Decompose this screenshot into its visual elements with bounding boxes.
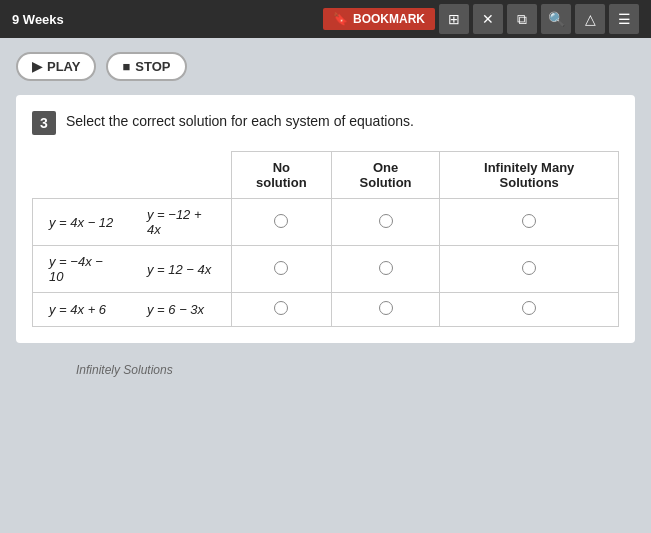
alert-icon: △ — [585, 11, 596, 27]
top-bar: 9 Weeks 🔖 BOOKMARK ⊞ ✕ ⧉ 🔍 △ ☰ — [0, 0, 651, 38]
radio-inf-sol-row3[interactable] — [522, 301, 536, 315]
col-header-infinitely: Infinitely Many Solutions — [440, 152, 619, 199]
alert-button[interactable]: △ — [575, 4, 605, 34]
eq1-row2: y = −4x − 10 — [49, 254, 103, 284]
table-row: y = −4x − 10 y = 12 − 4x — [33, 246, 619, 293]
screen-icon: ⧉ — [517, 11, 527, 28]
screen-button[interactable]: ⧉ — [507, 4, 537, 34]
play-label: PLAY — [47, 59, 80, 74]
bookmark-button[interactable]: 🔖 BOOKMARK — [323, 8, 435, 30]
menu-button[interactable]: ☰ — [609, 4, 639, 34]
col-header-no-solution: No solution — [231, 152, 331, 199]
eq2-row1: y = −12 + 4x — [147, 207, 202, 237]
radio-inf-sol-row1[interactable] — [522, 214, 536, 228]
grid-icon: ⊞ — [448, 11, 460, 27]
bookmark-label: BOOKMARK — [353, 12, 425, 26]
radio-no-sol-row2[interactable] — [274, 261, 288, 275]
menu-icon: ☰ — [618, 11, 631, 27]
question-text: Select the correct solution for each sys… — [66, 111, 414, 129]
play-button[interactable]: ▶ PLAY — [16, 52, 96, 81]
radio-one-sol-row3[interactable] — [379, 301, 393, 315]
equation-table: No solution One Solution Infinitely Many… — [32, 151, 619, 327]
table-wrapper: No solution One Solution Infinitely Many… — [32, 151, 619, 327]
radio-one-sol-row1[interactable] — [379, 214, 393, 228]
col-header-one-solution: One Solution — [331, 152, 440, 199]
control-row: ▶ PLAY ■ STOP — [16, 52, 635, 81]
radio-inf-sol-row2[interactable] — [522, 261, 536, 275]
radio-no-sol-row1[interactable] — [274, 214, 288, 228]
play-icon: ▶ — [32, 59, 42, 74]
radio-no-sol-row3[interactable] — [274, 301, 288, 315]
stop-button[interactable]: ■ STOP — [106, 52, 186, 81]
radio-one-sol-row2[interactable] — [379, 261, 393, 275]
close-icon: ✕ — [482, 11, 494, 27]
grid-button[interactable]: ⊞ — [439, 4, 469, 34]
toolbar-right: 🔖 BOOKMARK ⊞ ✕ ⧉ 🔍 △ ☰ — [323, 4, 639, 34]
close-button[interactable]: ✕ — [473, 4, 503, 34]
eq1-row1: y = 4x − 12 — [49, 215, 113, 230]
weeks-label: 9 Weeks — [12, 12, 64, 27]
table-row: y = 4x + 6 y = 6 − 3x — [33, 293, 619, 327]
search-icon: 🔍 — [548, 11, 565, 27]
bookmark-icon: 🔖 — [333, 12, 348, 26]
watermark-text: Infinitely Solutions — [76, 363, 173, 377]
stop-label: STOP — [135, 59, 170, 74]
search-button[interactable]: 🔍 — [541, 4, 571, 34]
eq1-row3: y = 4x + 6 — [49, 302, 106, 317]
table-row: y = 4x − 12 y = −12 + 4x — [33, 199, 619, 246]
eq2-row2: y = 12 − 4x — [147, 262, 211, 277]
eq2-row3: y = 6 − 3x — [147, 302, 204, 317]
question-header: 3 Select the correct solution for each s… — [32, 111, 619, 135]
stop-icon: ■ — [122, 59, 130, 74]
watermark-area: Infinitely Solutions — [16, 363, 635, 377]
question-area: 3 Select the correct solution for each s… — [16, 95, 635, 343]
content-area: ▶ PLAY ■ STOP 3 Select the correct solut… — [0, 38, 651, 533]
question-number: 3 — [32, 111, 56, 135]
